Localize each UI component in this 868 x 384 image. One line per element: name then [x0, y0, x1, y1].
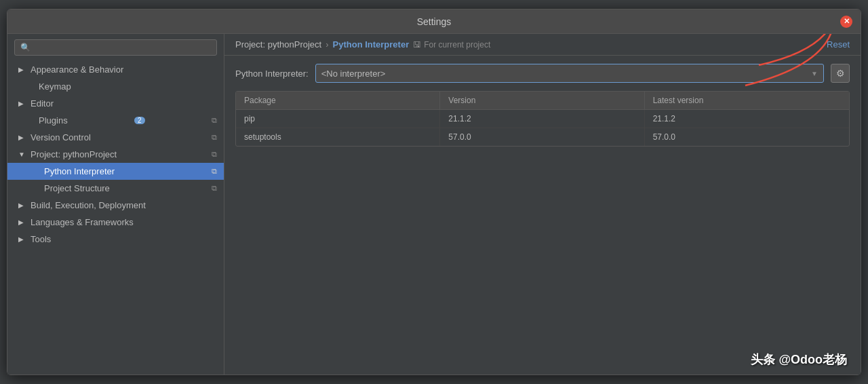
main-content: Project: pythonProject › Python Interpre… [224, 34, 861, 375]
settings-window: Settings ✕ 🔍 ▶ Appearance & Behavior Key… [7, 9, 861, 375]
sidebar-item-keymap[interactable]: Keymap [7, 78, 224, 95]
gear-icon: ⚙ [836, 68, 845, 79]
copy-icon: ⧉ [212, 167, 217, 176]
breadcrumb-current: Python Interpreter [333, 39, 410, 50]
breadcrumb-separator: › [326, 39, 328, 50]
sidebar-item-build-execution[interactable]: ▶ Build, Execution, Deployment [7, 197, 224, 214]
sidebar-item-label: Languages & Frameworks [31, 217, 134, 227]
chevron-right-icon: ▶ [18, 235, 26, 243]
sidebar-item-label: Appearance & Behavior [31, 64, 123, 75]
sidebar-item-python-interpreter[interactable]: Python Interpreter ⧉ [7, 163, 224, 180]
for-current-icon: 🖫 [413, 40, 421, 50]
table-row[interactable]: pip 21.1.2 21.1.2 [236, 110, 849, 128]
cell-latest-1: 57.0.0 [645, 128, 849, 146]
sidebar-item-label: Plugins [39, 115, 68, 126]
window-title: Settings [417, 16, 452, 27]
chevron-down-icon: ▼ [18, 151, 26, 158]
copy-icon: ⧉ [212, 184, 217, 193]
watermark: 头条 @Odoo老杨 [751, 351, 847, 368]
package-table: Package Version Latest version pip 21.1.… [235, 91, 850, 147]
sidebar-item-label: Project Structure [44, 183, 110, 193]
annotation-area [224, 147, 861, 375]
sidebar-item-label: Tools [31, 234, 51, 244]
col-latest: Latest version [645, 92, 849, 109]
breadcrumb: Project: pythonProject › Python Interpre… [235, 39, 490, 50]
col-version: Version [440, 92, 644, 109]
copy-icon: ⧉ [212, 133, 217, 142]
chevron-right-icon: ▶ [18, 201, 26, 209]
search-box[interactable]: 🔍 [14, 39, 217, 56]
sidebar-item-editor[interactable]: ▶ Editor [7, 95, 224, 112]
chevron-right-icon: ▶ [18, 66, 26, 73]
interpreter-row: Python Interpreter: <No interpreter> ▼ ⚙ [224, 56, 861, 91]
sidebar-item-label: Build, Execution, Deployment [31, 200, 146, 210]
sidebar-item-label: Project: pythonProject [31, 149, 117, 159]
interpreter-value: <No interpreter> [321, 69, 386, 79]
col-package: Package [236, 92, 440, 109]
copy-icon: ⧉ [212, 116, 217, 125]
interpreter-label: Python Interpreter: [235, 69, 309, 79]
sidebar-item-languages[interactable]: ▶ Languages & Frameworks [7, 214, 224, 231]
breadcrumb-project: Project: pythonProject [235, 39, 321, 50]
search-icon: 🔍 [20, 43, 31, 52]
sidebar-item-version-control[interactable]: ▶ Version Control ⧉ [7, 129, 224, 146]
cell-version-1: 57.0.0 [440, 128, 644, 146]
chevron-right-icon: ▶ [18, 100, 26, 107]
sidebar-item-label: Version Control [31, 132, 91, 142]
sidebar-item-label: Editor [31, 98, 54, 109]
main-header: Project: pythonProject › Python Interpre… [224, 34, 861, 56]
table-header: Package Version Latest version [236, 92, 849, 110]
titlebar: Settings ✕ [7, 9, 861, 34]
reset-button[interactable]: Reset [827, 39, 850, 50]
sidebar-item-plugins[interactable]: Plugins 2 ⧉ [7, 112, 224, 129]
plugins-badge: 2 [134, 117, 145, 124]
sidebar-item-project-structure[interactable]: Project Structure ⧉ [7, 180, 224, 197]
sidebar-item-appearance[interactable]: ▶ Appearance & Behavior [7, 61, 224, 78]
cell-package-1: setuptools [236, 128, 440, 146]
sidebar-item-project[interactable]: ▼ Project: pythonProject ⧉ [7, 146, 224, 163]
for-current-text: For current project [424, 40, 490, 50]
close-button[interactable]: ✕ [840, 16, 852, 28]
copy-icon: ⧉ [212, 150, 217, 159]
sidebar-item-label: Python Interpreter [44, 166, 115, 176]
gear-button[interactable]: ⚙ [831, 64, 850, 83]
sidebar-item-tools[interactable]: ▶ Tools [7, 231, 224, 248]
cell-latest-0: 21.1.2 [645, 110, 849, 128]
search-input[interactable] [35, 43, 211, 52]
dropdown-arrow-icon: ▼ [811, 70, 818, 77]
for-current-project: 🖫 For current project [413, 40, 490, 50]
sidebar: 🔍 ▶ Appearance & Behavior Keymap ▶ Edito… [7, 34, 224, 375]
chevron-right-icon: ▶ [18, 134, 26, 141]
cell-package-0: pip [236, 110, 440, 128]
chevron-right-icon: ▶ [18, 218, 26, 226]
cell-version-0: 21.1.2 [440, 110, 644, 128]
table-row[interactable]: setuptools 57.0.0 57.0.0 [236, 128, 849, 146]
interpreter-dropdown[interactable]: <No interpreter> ▼ [315, 64, 824, 83]
sidebar-item-label: Keymap [39, 81, 71, 92]
